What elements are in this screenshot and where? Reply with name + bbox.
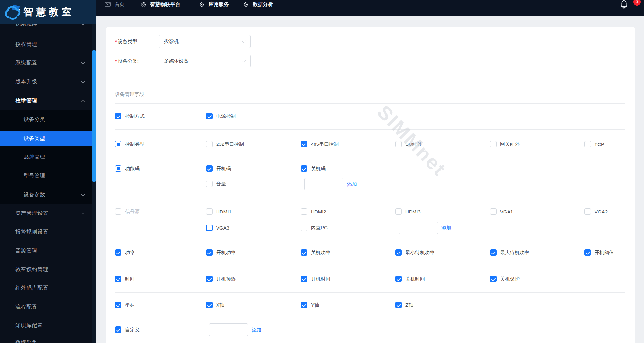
sidebar-item-18[interactable]: 数据采集 (0, 335, 96, 343)
checkbox-indeterminate[interactable] (115, 165, 121, 172)
checkbox-cell[interactable]: Z轴 (395, 302, 413, 308)
checkbox-cell[interactable]: 自定义 (115, 326, 140, 333)
sidebar-item-11[interactable]: 资产管理设置 (0, 206, 96, 221)
checkbox-cell[interactable]: 关机保护 (490, 276, 520, 282)
sidebar-item-2[interactable]: 授权管理 (0, 37, 96, 52)
checkbox-unchecked[interactable] (206, 208, 213, 215)
checkbox-unchecked[interactable] (301, 225, 307, 231)
checkbox-cell[interactable]: SU红外 (395, 141, 422, 147)
checkbox-unchecked[interactable] (584, 208, 591, 215)
checkbox-cell[interactable]: 485串口控制 (301, 141, 339, 147)
checkbox-cell[interactable]: 电源控制 (206, 113, 236, 119)
checkbox-checked[interactable] (584, 249, 591, 256)
checkbox-checked[interactable] (301, 141, 307, 147)
checkbox-cell[interactable]: TCP (584, 141, 604, 147)
checkbox-cell[interactable]: HDMI3 (395, 208, 421, 215)
sidebar-item-6[interactable]: 设备分类 (0, 112, 96, 127)
checkbox-checked[interactable] (395, 276, 402, 282)
checkbox-checked[interactable] (206, 249, 213, 256)
checkbox-checked[interactable] (115, 326, 121, 333)
checkbox-cell[interactable]: 开机功率 (206, 249, 236, 256)
sidebar-item-5[interactable]: 枚举管理 (0, 93, 96, 108)
checkbox-cell[interactable]: 信号源 (115, 208, 140, 215)
checkbox-unchecked[interactable] (301, 208, 307, 215)
checkbox-cell[interactable]: 开机码 (206, 165, 231, 172)
add-link[interactable]: 添加 (252, 327, 261, 333)
sidebar-item-13[interactable]: 音源管理 (0, 243, 96, 258)
device-type-select[interactable]: 投影机 (159, 35, 251, 48)
checkbox-cell[interactable]: 网关红外 (490, 141, 520, 147)
checkbox-cell[interactable]: HDMI2 (301, 208, 326, 215)
checkbox-cell[interactable]: 开机时间 (301, 276, 330, 282)
checkbox-unchecked[interactable] (115, 208, 121, 215)
checkbox-checked[interactable] (490, 276, 497, 282)
sidebar-scrollbar-thumb[interactable] (92, 50, 96, 182)
checkbox-cell[interactable]: 最小待机功率 (395, 249, 435, 256)
notification-bell-button[interactable]: 3 (620, 0, 639, 12)
checkbox-unchecked[interactable] (206, 181, 213, 187)
checkbox-unchecked-focus[interactable] (206, 225, 213, 231)
checkbox-cell[interactable]: HDMI1 (206, 208, 231, 215)
checkbox-checked[interactable] (206, 302, 213, 308)
custom-value-input[interactable] (304, 178, 343, 190)
checkbox-unchecked[interactable] (395, 208, 402, 215)
checkbox-indeterminate[interactable] (115, 141, 121, 147)
checkbox-cell[interactable]: VGA1 (490, 208, 513, 215)
checkbox-cell[interactable]: 内置PC (301, 225, 328, 231)
sidebar-item-9[interactable]: 型号管理 (0, 168, 96, 183)
sidebar-item-10[interactable]: 设备参数 (0, 187, 96, 202)
checkbox-cell[interactable]: 控制类型 (115, 141, 145, 147)
checkbox-checked[interactable] (301, 302, 307, 308)
checkbox-cell[interactable]: 功率 (115, 249, 135, 256)
checkbox-cell[interactable]: 开机阀值 (584, 249, 614, 256)
sidebar-item-15[interactable]: 红外码库配置 (0, 281, 96, 295)
checkbox-checked[interactable] (395, 249, 402, 256)
checkbox-cell[interactable]: VGA2 (584, 208, 608, 215)
checkbox-unchecked[interactable] (490, 141, 497, 147)
sidebar-item-16[interactable]: 流程配置 (0, 299, 96, 314)
checkbox-checked[interactable] (206, 276, 213, 282)
checkbox-checked[interactable] (301, 276, 307, 282)
add-link[interactable]: 添加 (347, 181, 357, 187)
sidebar-item-12[interactable]: 报警规则设置 (0, 225, 96, 240)
checkbox-checked[interactable] (206, 165, 213, 172)
sidebar-item-3[interactable]: 系统配置 (0, 55, 96, 70)
custom-value-input[interactable] (399, 222, 438, 234)
checkbox-cell[interactable]: 关机码 (301, 165, 326, 172)
checkbox-cell[interactable]: 控制方式 (115, 113, 145, 119)
sidebar-item-8[interactable]: 品牌管理 (0, 149, 96, 164)
checkbox-unchecked[interactable] (395, 141, 402, 147)
checkbox-checked[interactable] (115, 249, 121, 256)
checkbox-checked[interactable] (206, 113, 213, 119)
topnav-item-2[interactable]: 智慧物联平台 (141, 0, 180, 9)
checkbox-unchecked[interactable] (584, 141, 591, 147)
sidebar-item-14[interactable]: 教室预约管理 (0, 262, 96, 277)
topnav-item-3[interactable]: 应用服务 (199, 0, 229, 9)
checkbox-checked[interactable] (115, 302, 121, 308)
checkbox-cell[interactable]: Y轴 (301, 302, 319, 308)
checkbox-cell[interactable]: 坐标 (115, 302, 135, 308)
checkbox-checked[interactable] (395, 302, 402, 308)
sidebar-item-17[interactable]: 知识库配置 (0, 318, 96, 333)
checkbox-cell[interactable]: 时间 (115, 276, 135, 282)
add-link[interactable]: 添加 (441, 225, 451, 231)
custom-value-input[interactable] (209, 323, 248, 336)
checkbox-unchecked[interactable] (206, 141, 213, 147)
device-category-select[interactable]: 多媒体设备 (159, 55, 251, 67)
checkbox-checked[interactable] (301, 249, 307, 256)
checkbox-cell[interactable]: X轴 (206, 302, 224, 308)
topnav-item-1[interactable]: 首页 (105, 0, 124, 9)
checkbox-cell[interactable]: 232串口控制 (206, 141, 244, 147)
checkbox-cell[interactable]: 功能码 (115, 165, 140, 172)
sidebar-item-7[interactable]: 设备类型 (0, 131, 96, 146)
sidebar-item-4[interactable]: 版本升级 (0, 74, 96, 89)
checkbox-checked[interactable] (301, 165, 307, 172)
checkbox-checked[interactable] (115, 276, 121, 282)
checkbox-cell[interactable]: 关机功率 (301, 249, 330, 256)
checkbox-cell[interactable]: VGA3 (206, 225, 229, 231)
checkbox-cell[interactable]: 开机预热 (206, 276, 236, 282)
checkbox-cell[interactable]: 关机时间 (395, 276, 425, 282)
checkbox-checked[interactable] (490, 249, 497, 256)
checkbox-unchecked[interactable] (490, 208, 497, 215)
topnav-item-4[interactable]: 数据分析 (243, 0, 273, 9)
